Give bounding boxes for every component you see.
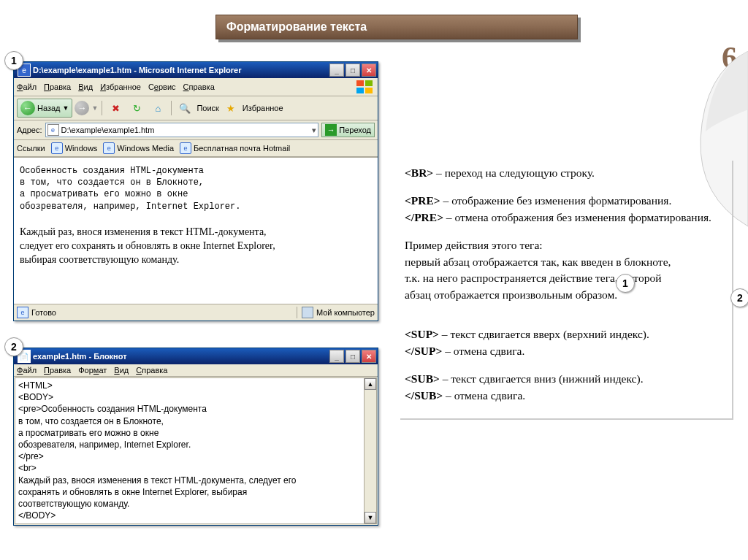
forward-dropdown-icon[interactable]: ▼ bbox=[91, 104, 98, 112]
menu-view[interactable]: Вид bbox=[78, 83, 93, 91]
code-line: соответствующую команду. bbox=[18, 498, 373, 510]
home-button[interactable]: ⌂ bbox=[148, 99, 167, 117]
explain-pre-open: <PRE> – отображение без изменения формат… bbox=[405, 193, 725, 209]
code-line: </BODY> bbox=[18, 510, 373, 521]
windows-flag-icon bbox=[356, 80, 375, 94]
go-arrow-icon: → bbox=[325, 124, 337, 136]
notepad-content-area[interactable]: <HTML> <BODY> <pre>Особенность создания … bbox=[15, 377, 377, 524]
back-dropdown-icon[interactable]: ▼ bbox=[63, 104, 69, 112]
menu-file[interactable]: Файл bbox=[17, 366, 37, 375]
maximize-button[interactable]: □ bbox=[346, 350, 360, 363]
menu-edit[interactable]: Правка bbox=[44, 83, 71, 91]
menu-favorites[interactable]: Избранное bbox=[100, 83, 141, 91]
link-hotmail[interactable]: eБесплатная почта Hotmail bbox=[180, 142, 290, 154]
menu-view[interactable]: Вид bbox=[114, 366, 129, 375]
callout-1-ie: 1 bbox=[4, 51, 23, 70]
code-line: <HTML> bbox=[18, 380, 373, 391]
status-zone: Мой компьютер bbox=[297, 307, 375, 318]
menu-file[interactable]: Файл bbox=[17, 83, 37, 91]
slide-title-banner: Форматирование текста bbox=[215, 15, 578, 39]
back-label: Назад bbox=[37, 104, 61, 112]
ie-titlebar[interactable]: e D:\example\example1.htm - Microsoft In… bbox=[14, 62, 378, 78]
stop-button[interactable]: ✖ bbox=[106, 99, 125, 117]
explain-sup-open: <SUP> – текст сдвигается вверх (верхний … bbox=[405, 326, 725, 342]
explain-example-intro: Пример действия этого тега: bbox=[405, 237, 725, 253]
status-done-icon: e bbox=[17, 307, 28, 318]
notepad-titlebar[interactable]: 📄 example1.htm - Блокнот _ □ ✕ bbox=[14, 348, 378, 364]
address-label: Адрес: bbox=[17, 126, 42, 134]
minimize-button[interactable]: _ bbox=[329, 350, 344, 363]
explain-example-line: первый абзац отображается так, как введе… bbox=[405, 254, 725, 270]
address-input[interactable]: e D:\example\example1.htm ▾ bbox=[45, 123, 319, 137]
ie-link-icon: e bbox=[51, 142, 63, 154]
go-label: Переход bbox=[339, 126, 371, 134]
code-line: <BODY> bbox=[18, 391, 373, 403]
scroll-up-button[interactable]: ▲ bbox=[365, 378, 376, 390]
slide-number: 6 bbox=[722, 40, 737, 75]
callout-2-notepad: 2 bbox=[4, 337, 23, 356]
menu-format[interactable]: Формат bbox=[78, 366, 107, 375]
ie-toolbar: ← Назад ▼ → ▼ ✖ ↻ ⌂ 🔍 Поиск ★ Избранное bbox=[14, 96, 378, 120]
minimize-button[interactable]: _ bbox=[329, 64, 344, 77]
code-line: обозревателя, например, Internet Explore… bbox=[18, 439, 373, 450]
menu-help[interactable]: Справка bbox=[136, 366, 167, 375]
notepad-scrollbar[interactable]: ▲ ▼ bbox=[364, 378, 376, 523]
explain-sub-open: <SUB> – текст сдвигается вниз (нижний ин… bbox=[405, 371, 725, 387]
callout-2-explain: 2 bbox=[730, 288, 748, 307]
ie-window: e D:\example\example1.htm - Microsoft In… bbox=[13, 61, 378, 321]
close-button[interactable]: ✕ bbox=[362, 350, 376, 363]
favorites-icon[interactable]: ★ bbox=[221, 99, 240, 117]
links-label: Ссылки bbox=[17, 144, 45, 153]
notepad-window: 📄 example1.htm - Блокнот _ □ ✕ Файл Прав… bbox=[13, 348, 378, 526]
explain-sub-close: </SUB> – отмена сдвига. bbox=[405, 388, 725, 404]
code-line: </pre> bbox=[18, 450, 373, 462]
computer-icon bbox=[302, 307, 313, 318]
favorites-label[interactable]: Избранное bbox=[243, 104, 283, 112]
ie-status-bar: e Готово Мой компьютер bbox=[14, 304, 378, 321]
menu-help[interactable]: Справка bbox=[183, 83, 215, 91]
link-windows[interactable]: eWindows bbox=[51, 142, 98, 154]
ie-address-bar: Адрес: e D:\example\example1.htm ▾ → Пер… bbox=[14, 120, 378, 140]
forward-button[interactable]: → bbox=[75, 101, 89, 115]
address-value: D:\example\example1.htm bbox=[61, 126, 155, 134]
pre-line: в том, что создается он в Блокноте, bbox=[20, 177, 372, 188]
maximize-button[interactable]: □ bbox=[346, 64, 360, 77]
page-icon: e bbox=[47, 124, 59, 136]
close-button[interactable]: ✕ bbox=[362, 64, 376, 77]
link-windows-media[interactable]: eWindows Media bbox=[103, 142, 174, 154]
search-label[interactable]: Поиск bbox=[196, 104, 218, 112]
ie-window-title: D:\example\example1.htm - Microsoft Inte… bbox=[33, 66, 329, 74]
pre-line: а просматривать его можно в окне bbox=[20, 188, 372, 200]
explain-br: <BR> – переход на следующую строку. bbox=[405, 165, 725, 181]
ie-links-bar: Ссылки eWindows eWindows Media eБесплатн… bbox=[14, 140, 378, 157]
pre-line: Особенность создания HTML-документа bbox=[20, 165, 372, 177]
explanation-panel: <BR> – переход на следующую строку. <PRE… bbox=[400, 161, 733, 420]
toolbar-separator bbox=[102, 101, 102, 115]
notepad-window-title: example1.htm - Блокнот bbox=[33, 352, 329, 361]
status-ready-text: Готово bbox=[31, 308, 56, 317]
ie-link-icon: e bbox=[180, 142, 191, 154]
slide-title-text: Форматирование текста bbox=[226, 20, 367, 34]
search-icon[interactable]: 🔍 bbox=[175, 99, 194, 117]
code-line: <br> bbox=[18, 462, 373, 474]
explain-pre-close: </PRE> – отмена отображения без изменени… bbox=[405, 210, 725, 226]
callout-1-explain: 1 bbox=[616, 274, 635, 293]
code-line: Каждый раз, внося изменения в текст HTML… bbox=[18, 475, 373, 486]
paragraph-2: Каждый раз, внося изменения в текст HTML… bbox=[20, 226, 372, 267]
toolbar-separator bbox=[171, 101, 172, 115]
address-dropdown-icon[interactable]: ▾ bbox=[312, 126, 316, 135]
menu-edit[interactable]: Правка bbox=[44, 366, 71, 375]
pre-line: обозревателя, например, Internet Explore… bbox=[20, 201, 372, 212]
back-arrow-icon: ← bbox=[20, 101, 35, 115]
code-line: </HTML> bbox=[18, 521, 373, 524]
menu-tools[interactable]: Сервис bbox=[148, 83, 176, 91]
back-button[interactable]: ← Назад ▼ bbox=[17, 99, 72, 118]
go-button[interactable]: → Переход bbox=[321, 123, 375, 137]
refresh-button[interactable]: ↻ bbox=[127, 99, 146, 117]
ie-content-area: Особенность создания HTML-документа в то… bbox=[14, 157, 378, 304]
ie-menubar: Файл Правка Вид Избранное Сервис Справка bbox=[14, 78, 378, 96]
code-line: а просматривать его можно в окне bbox=[18, 427, 373, 439]
code-line: сохранять и обновлять в окне Internet Ex… bbox=[18, 486, 373, 498]
scroll-down-button[interactable]: ▼ bbox=[365, 512, 376, 523]
code-line: <pre>Особенность создания HTML-документа bbox=[18, 403, 373, 415]
